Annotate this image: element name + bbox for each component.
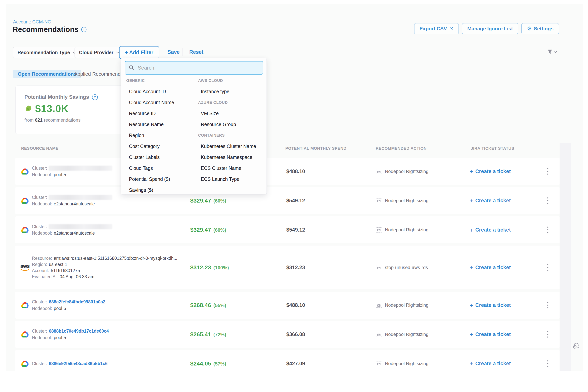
filter-option-cloud-account-name[interactable]: Cloud Account Name <box>126 97 198 108</box>
filter-option-cluster-labels[interactable]: Cluster Labels <box>126 152 198 163</box>
row-menu-kebab-icon[interactable] <box>546 359 550 368</box>
savings-percent: (60%) <box>213 227 226 233</box>
filter-option-kubernetes-cluster-name[interactable]: Kubernetes Cluster Name <box>198 141 270 152</box>
filter-dropdown-column: GENERICCloud Account IDCloud Account Nam… <box>126 75 198 196</box>
filter-option-savings[interactable]: Savings ($) <box>126 185 198 196</box>
create-ticket-button[interactable]: +Create a ticket <box>470 168 511 174</box>
table-row: awsResource:arn:aws:rds:us-east-1:511616… <box>15 246 560 290</box>
cluster-link[interactable]: 688c2fefc84fbdc99801a0a2 <box>49 300 105 304</box>
savings-amount: $329.47 <box>190 226 211 233</box>
potential-monthly-savings-value: $329.47(60%) <box>190 197 226 204</box>
filter-section-header: GENERIC <box>126 75 198 86</box>
filter-option-region[interactable]: Region <box>126 130 198 141</box>
savings-percent: (55%) <box>213 303 226 308</box>
add-filter-button[interactable]: + Add Filter <box>119 46 159 59</box>
recommendation-type-filter-chip[interactable]: Recommendation Type <box>13 47 80 58</box>
potential-monthly-savings-value: $268.46(55%) <box>190 302 226 308</box>
recommended-action-label: Nodepool Rightsizing <box>385 302 428 308</box>
info-icon[interactable]: i <box>81 27 86 32</box>
cluster-link[interactable]: 6888b1c70e49db17c1de60c4 <box>49 328 109 334</box>
create-ticket-label: Create a ticket <box>476 198 511 204</box>
gcp-cloud-icon <box>20 226 30 234</box>
row-menu-kebab-icon[interactable] <box>546 226 550 234</box>
savings-amount: $312.23 <box>190 264 211 271</box>
row-menu-kebab-icon[interactable] <box>546 301 550 310</box>
savings-amount: $265.41 <box>190 331 211 338</box>
recommended-action: Nodepool Rightsizing <box>376 198 428 203</box>
tab-divider <box>70 70 70 78</box>
export-csv-button[interactable]: Export CSV <box>414 23 459 34</box>
potential-monthly-spend-value: $312.23 <box>286 264 305 270</box>
resource-line-label: Resource: <box>32 256 52 261</box>
recommended-action-icon <box>376 303 382 308</box>
support-icon[interactable] <box>572 342 580 350</box>
row-menu-kebab-icon[interactable] <box>546 263 550 272</box>
filter-search-input[interactable] <box>125 61 263 74</box>
question-icon[interactable]: ? <box>92 94 98 100</box>
manage-ignore-list-button[interactable]: Manage Ignore List <box>462 23 518 34</box>
gcp-cloud-icon <box>20 301 30 309</box>
gcp-logo-cell <box>20 301 30 309</box>
recommended-action-icon <box>376 198 382 203</box>
export-csv-label: Export CSV <box>420 26 447 32</box>
resource-line-value: pool-5 <box>54 172 66 177</box>
create-ticket-button[interactable]: +Create a ticket <box>470 264 511 270</box>
savings-amount: $244.05 <box>190 360 211 367</box>
create-ticket-button[interactable]: +Create a ticket <box>470 332 511 338</box>
settings-button[interactable]: ⚙ Settings <box>521 23 559 34</box>
chip-label: Recommendation Type <box>18 50 70 55</box>
filter-option-resource-id[interactable]: Resource ID <box>126 108 198 119</box>
create-ticket-label: Create a ticket <box>476 361 511 367</box>
add-filter-dropdown: GENERICCloud Account IDCloud Account Nam… <box>121 58 267 194</box>
filter-option-cloud-tags[interactable]: Cloud Tags <box>126 163 198 174</box>
save-filter-button[interactable]: Save <box>168 49 180 55</box>
resource-line-value: us-east-1 <box>49 262 67 267</box>
create-ticket-button[interactable]: +Create a ticket <box>470 361 511 367</box>
create-ticket-button[interactable]: +Create a ticket <box>470 198 511 204</box>
filter-option-cloud-account-id[interactable]: Cloud Account ID <box>126 86 198 97</box>
resource-line-value: 511616801275 <box>51 268 80 273</box>
account-breadcrumb[interactable]: Account: CCM-NG <box>13 19 51 24</box>
filter-option-kubernetes-namespace[interactable]: Kubernetes Namespace <box>198 152 270 163</box>
create-ticket-label: Create a ticket <box>476 302 511 308</box>
row-menu-kebab-icon[interactable] <box>546 330 550 339</box>
recommended-action-icon <box>376 265 382 270</box>
resource-details: Cluster:Nodepool:pool-5 <box>32 164 112 179</box>
plus-icon: + <box>470 198 474 204</box>
create-ticket-button[interactable]: +Create a ticket <box>470 227 511 233</box>
reset-filter-button[interactable]: Reset <box>189 49 204 55</box>
savings-leaf-icon <box>24 104 33 112</box>
cluster-link[interactable]: 6886e92f59a48cad86b5b1c6 <box>49 361 108 366</box>
recommended-action: stop-unused-aws-rds <box>376 265 428 270</box>
savings-percent: (100%) <box>213 265 229 270</box>
recommended-action-icon <box>376 332 382 337</box>
right-gutter <box>560 143 571 371</box>
filter-option-ecs-cluster-name[interactable]: ECS Cluster Name <box>198 163 270 174</box>
resource-line-label: Nodepool: <box>32 230 52 236</box>
filter-option-vm-size[interactable]: VM Size <box>198 108 270 119</box>
chevron-down-icon <box>554 51 557 53</box>
filter-option-resource-group[interactable]: Resource Group <box>198 119 270 130</box>
search-icon <box>128 65 135 71</box>
scrollbar-track[interactable] <box>571 43 571 371</box>
row-menu-kebab-icon[interactable] <box>546 167 550 176</box>
create-ticket-button[interactable]: +Create a ticket <box>470 302 511 308</box>
cloud-provider-filter-chip[interactable]: Cloud Provider <box>74 47 124 58</box>
filter-option-potential-spend[interactable]: Potential Spend ($) <box>126 174 198 185</box>
resource-line-value: e2standar4autoscale <box>54 230 95 236</box>
filter-option-resource-name[interactable]: Resource Name <box>126 119 198 130</box>
plus-icon: + <box>470 332 474 337</box>
filter-option-instance-type[interactable]: Instance type <box>198 86 270 97</box>
manage-ignore-list-label: Manage Ignore List <box>467 26 513 32</box>
funnel-icon <box>547 49 553 55</box>
tab-open-recommendations[interactable]: Open Recommendations <box>13 70 81 78</box>
row-menu-kebab-icon[interactable] <box>546 196 550 205</box>
filter-option-cost-category[interactable]: Cost Category <box>126 141 198 152</box>
filter-option-ecs-launch-type[interactable]: ECS Launch Type <box>198 174 270 185</box>
recommended-action-icon <box>376 169 382 174</box>
filter-panel-toggle[interactable] <box>547 49 557 55</box>
chip-label: Cloud Provider <box>79 50 113 55</box>
savings-subtitle-suffix: recommendations <box>44 118 80 122</box>
redacted-cluster-name <box>49 166 112 171</box>
gcp-logo-cell <box>20 330 30 338</box>
